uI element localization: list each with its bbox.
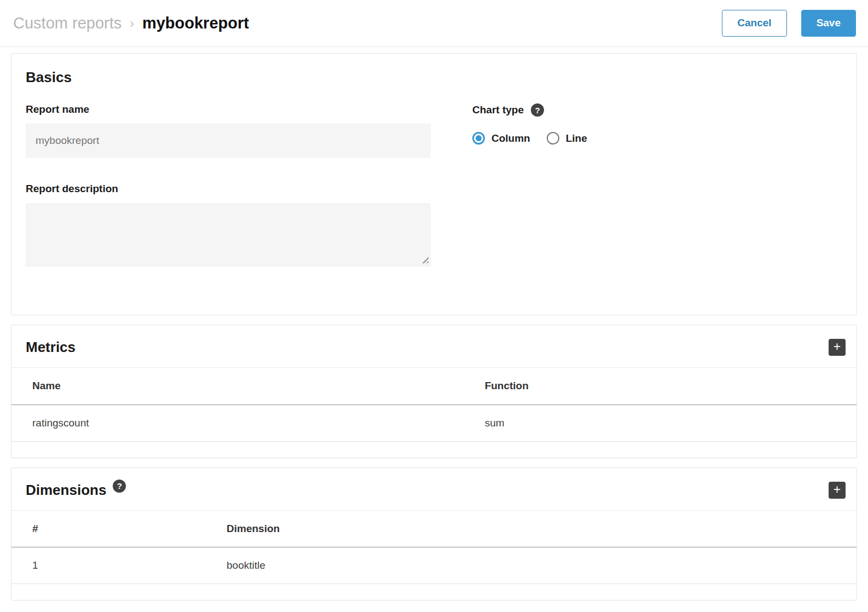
chart-type-column-radio[interactable]: Column <box>472 132 530 145</box>
report-editor: Basics Report name Report description Ch <box>0 47 868 612</box>
breadcrumb-current-report: mybookreport <box>142 14 249 32</box>
metrics-header-row: Name Function <box>11 368 857 405</box>
dimensions-card-header: Dimensions ? + <box>11 468 857 511</box>
dimensions-index-column-header: # <box>11 511 227 547</box>
radio-unselected-icon <box>547 132 559 145</box>
add-dimension-button[interactable]: + <box>829 482 846 499</box>
dimension-name-cell: booktitle <box>227 547 857 584</box>
breadcrumb: Custom reports › mybookreport <box>13 14 249 32</box>
chart-type-label: Chart type <box>472 104 524 116</box>
plus-icon: + <box>834 340 841 353</box>
dimensions-header-row: # Dimension <box>11 511 857 547</box>
chart-type-line-label: Line <box>566 132 587 145</box>
add-metric-button[interactable]: + <box>829 339 846 356</box>
metrics-function-column-header: Function <box>485 368 857 405</box>
report-name-label: Report name <box>26 103 431 116</box>
dimension-row[interactable]: 1 booktitle <box>11 547 857 584</box>
dimensions-table: # Dimension 1 booktitle <box>11 511 857 585</box>
chart-type-column-label: Column <box>491 132 530 145</box>
dimensions-card: Dimensions ? + # Dimension 1 booktitle <box>11 467 857 601</box>
metric-name-cell: ratingscount <box>11 405 485 441</box>
cancel-button[interactable]: Cancel <box>722 10 786 37</box>
report-description-input[interactable] <box>26 203 431 267</box>
top-bar: Custom reports › mybookreport Cancel Sav… <box>0 0 868 47</box>
dimension-index-cell: 1 <box>11 547 227 584</box>
metrics-table: Name Function ratingscount sum <box>11 368 857 442</box>
plus-icon: + <box>834 483 841 496</box>
save-button[interactable]: Save <box>801 10 856 37</box>
report-name-field: Report name <box>26 103 431 158</box>
dimensions-help-icon[interactable]: ? <box>113 480 126 493</box>
basics-title: Basics <box>26 69 842 86</box>
metric-row[interactable]: ratingscount sum <box>11 405 857 441</box>
header-actions: Cancel Save <box>722 10 856 37</box>
chart-type-line-radio[interactable]: Line <box>547 132 587 145</box>
dimensions-title: Dimensions <box>26 482 106 499</box>
report-description-label: Report description <box>26 183 431 195</box>
basics-right-column: Chart type ? Column Line <box>472 103 587 267</box>
metrics-name-column-header: Name <box>11 368 485 405</box>
dimensions-dimension-column-header: Dimension <box>227 511 857 547</box>
metrics-title: Metrics <box>26 339 76 356</box>
breadcrumb-custom-reports-link[interactable]: Custom reports <box>13 14 121 32</box>
radio-selected-icon <box>472 132 485 145</box>
basics-left-column: Report name Report description <box>26 103 431 267</box>
chart-type-radio-group: Column Line <box>472 132 587 145</box>
report-description-field: Report description <box>26 183 431 267</box>
chevron-right-icon: › <box>130 16 134 31</box>
report-name-input[interactable] <box>26 124 431 158</box>
help-icon[interactable]: ? <box>531 103 544 117</box>
metric-function-cell: sum <box>485 405 857 441</box>
metrics-card: Metrics + Name Function ratingscount sum <box>11 325 857 458</box>
metrics-card-header: Metrics + <box>11 325 857 368</box>
basics-card: Basics Report name Report description Ch <box>11 53 857 315</box>
